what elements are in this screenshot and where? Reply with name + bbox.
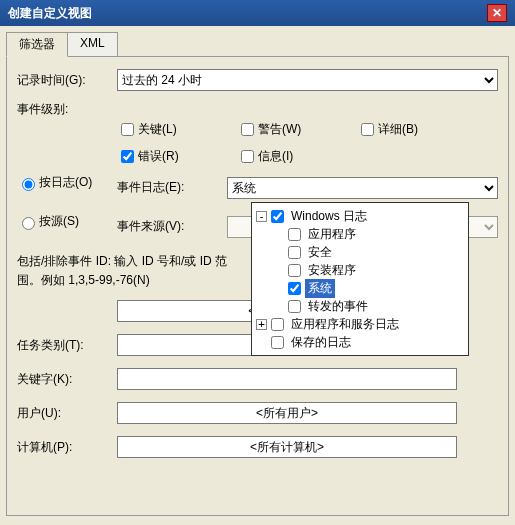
keywords-input[interactable] (117, 368, 457, 390)
logged-label: 记录时间(G): (17, 72, 117, 89)
level-label: 事件级别: (17, 101, 117, 118)
event-logs-select[interactable]: 系统 (227, 177, 498, 199)
tree-application[interactable]: 应用程序 (254, 225, 466, 243)
event-logs-label: 事件日志(E): (117, 179, 227, 196)
tree-saved[interactable]: 保存的日志 (254, 333, 466, 351)
computer-label: 计算机(P): (17, 439, 117, 456)
tab-strip: 筛选器 XML (6, 32, 509, 56)
user-input[interactable] (117, 402, 457, 424)
logged-select[interactable]: 过去的 24 小时 (117, 69, 498, 91)
window-title: 创建自定义视图 (8, 5, 487, 22)
chk-verbose[interactable]: 详细(B) (357, 120, 477, 139)
chk-info[interactable]: 信息(I) (237, 147, 357, 166)
keywords-label: 关键字(K): (17, 371, 117, 388)
tree-forwarded[interactable]: 转发的事件 (254, 297, 466, 315)
radio-by-source[interactable]: 按源(S) (17, 213, 117, 230)
tree-windows-logs[interactable]: - Windows 日志 (254, 207, 466, 225)
tab-filter[interactable]: 筛选器 (6, 32, 68, 57)
title-bar: 创建自定义视图 ✕ (0, 0, 515, 26)
tree-system[interactable]: 系统 (254, 279, 466, 297)
expand-icon[interactable]: + (256, 319, 267, 330)
event-logs-tree: - Windows 日志 应用程序 安全 安装程序 (251, 202, 469, 356)
chk-error[interactable]: 错误(R) (117, 147, 237, 166)
id-note: 包括/排除事件 ID: 输入 ID 号和/或 ID 范围。例如 1,3,5-99… (17, 252, 237, 290)
chk-warning[interactable]: 警告(W) (237, 120, 357, 139)
filter-panel: 记录时间(G): 过去的 24 小时 事件级别: 关键(L) 警告(W) 详细(… (6, 56, 509, 516)
tree-setup[interactable]: 安装程序 (254, 261, 466, 279)
client-area: 筛选器 XML 记录时间(G): 过去的 24 小时 事件级别: 关键(L) 警… (0, 26, 515, 522)
radio-by-log[interactable]: 按日志(O) (17, 174, 117, 191)
tab-xml[interactable]: XML (67, 32, 118, 56)
level-group: 关键(L) 警告(W) 详细(B) 错误(R) 信息(I) (117, 120, 498, 174)
chk-critical[interactable]: 关键(L) (117, 120, 237, 139)
tree-security[interactable]: 安全 (254, 243, 466, 261)
tree-app-services[interactable]: + 应用程序和服务日志 (254, 315, 466, 333)
task-category-label: 任务类别(T): (17, 337, 117, 354)
user-label: 用户(U): (17, 405, 117, 422)
close-icon[interactable]: ✕ (487, 4, 507, 22)
computer-input[interactable] (117, 436, 457, 458)
event-sources-label: 事件来源(V): (117, 218, 227, 235)
collapse-icon[interactable]: - (256, 211, 267, 222)
